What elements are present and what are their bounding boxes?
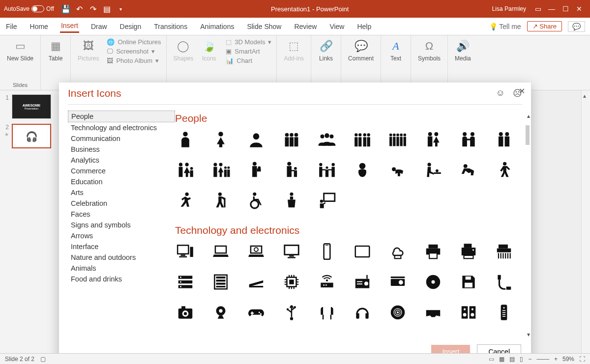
icon-scanner[interactable] (246, 272, 266, 292)
new-slide-button[interactable]: ▭ New Slide (5, 37, 35, 63)
icon-server[interactable] (175, 272, 196, 292)
category-item[interactable]: Food and drinks (68, 274, 175, 284)
icon-chip[interactable] (281, 272, 302, 292)
qat-customize-icon[interactable]: ▾ (114, 2, 128, 16)
ribbon-options-icon[interactable]: ▭ (531, 5, 545, 13)
addins-button[interactable]: ⬚ Add-ins (282, 37, 306, 63)
icon-proj[interactable] (387, 272, 408, 292)
category-item[interactable]: Arrows (68, 230, 175, 241)
category-item[interactable]: Faces (68, 209, 175, 220)
icon-teacher[interactable] (317, 190, 337, 211)
icon-cane[interactable] (210, 190, 231, 211)
category-item[interactable]: Arts (68, 187, 175, 198)
icon-family[interactable] (175, 160, 196, 180)
text-button[interactable]: A Text (386, 37, 406, 63)
icon-crawl2[interactable] (458, 160, 479, 180)
icon-couple[interactable] (423, 129, 443, 150)
icon-tablet[interactable] (352, 241, 373, 262)
vertical-scrollbar[interactable]: ▴ (581, 90, 590, 353)
undo-icon[interactable]: ↶ (73, 2, 87, 16)
category-item[interactable]: Nature and outdoors (68, 252, 175, 263)
3d-models-button[interactable]: ⬚3D Models ▾ (226, 37, 271, 47)
category-item[interactable]: Interface (68, 241, 175, 252)
icon-childadult[interactable] (281, 160, 302, 180)
icon-disc[interactable] (423, 272, 443, 292)
shapes-button[interactable]: ◯ Shapes (172, 37, 196, 63)
comment-button[interactable]: 💬 Comment (346, 37, 376, 63)
tab-draw[interactable]: Draw (90, 21, 108, 32)
slideshow-start-icon[interactable]: ▤ (100, 2, 114, 16)
tab-animations[interactable]: Animations (199, 21, 235, 32)
icon-usb[interactable] (281, 302, 302, 323)
category-item[interactable]: Business (68, 144, 175, 155)
icon-family2[interactable] (210, 160, 231, 180)
view-reading-icon[interactable]: ▤ (509, 356, 515, 363)
scroll-thumb[interactable] (526, 125, 530, 145)
category-item[interactable]: Analytics (68, 155, 175, 166)
autosave-toggle[interactable]: AutoSave Off (4, 5, 54, 12)
pictures-button[interactable]: 🖼 Pictures (76, 37, 101, 63)
icon-group4[interactable] (352, 129, 373, 150)
zoom-out-icon[interactable]: − (528, 356, 531, 363)
category-item[interactable]: Commerce (68, 166, 175, 176)
icon-webcam[interactable] (210, 302, 231, 323)
user-name[interactable]: Lisa Parmley (492, 5, 526, 12)
icon-gamepad[interactable] (246, 302, 266, 323)
icon-vr[interactable] (423, 302, 443, 323)
icon-printer[interactable] (423, 241, 443, 262)
scroll-up-icon[interactable]: ▴ (527, 112, 530, 119)
minimize-icon[interactable]: — (545, 5, 559, 13)
icon-router[interactable] (317, 272, 337, 292)
icon-vinyl[interactable] (387, 302, 408, 323)
icon-laptopweb[interactable] (246, 241, 266, 262)
tab-home[interactable]: Home (29, 21, 49, 32)
icon-earbuds[interactable] (317, 302, 337, 323)
icon-person[interactable] (175, 129, 196, 150)
gallery-scrollbar[interactable]: ▴ ▾ (523, 111, 531, 340)
icon-desktop[interactable] (175, 241, 196, 262)
slide-thumb-1[interactable]: 1 AWESOME Presentation (2, 94, 61, 119)
icon-group3[interactable] (281, 129, 302, 150)
maximize-icon[interactable]: ☐ (559, 5, 572, 13)
icon-remote[interactable] (494, 302, 514, 323)
icon-cloud[interactable] (387, 241, 408, 262)
chart-button[interactable]: 📊Chart (226, 56, 271, 65)
category-item[interactable]: Education (68, 176, 175, 187)
screenshot-button[interactable]: 🖵Screenshot ▾ (107, 47, 161, 56)
tab-help[interactable]: Help (356, 21, 372, 32)
icon-change[interactable] (423, 160, 443, 180)
scroll-down-icon[interactable]: ▾ (527, 331, 530, 338)
icon-twomen[interactable] (494, 129, 514, 150)
view-sorter-icon[interactable]: ▦ (499, 356, 504, 363)
category-item[interactable]: Technology and electronics (68, 122, 175, 133)
icon-wheelchair[interactable] (246, 190, 266, 211)
icon-walk[interactable] (494, 160, 514, 180)
icon-run[interactable] (175, 190, 196, 211)
category-item[interactable]: Animals (68, 263, 175, 274)
scroll-up-icon[interactable]: ▴ (583, 92, 586, 99)
spellcheck-icon[interactable]: ▢ (40, 356, 46, 363)
icon-busts3[interactable] (317, 129, 337, 150)
icon-group5[interactable] (387, 129, 408, 150)
icon-shred[interactable] (494, 241, 514, 262)
redo-icon[interactable]: ↷ (87, 2, 100, 16)
icons-button[interactable]: 🍃 Icons (199, 37, 219, 63)
icon-woman[interactable] (210, 129, 231, 150)
icon-holdhands[interactable] (458, 129, 479, 150)
icon-radio[interactable] (352, 272, 373, 292)
icon-speakers[interactable] (458, 302, 479, 323)
view-slideshow-icon[interactable]: ▯ (520, 356, 523, 363)
icon-monitor[interactable] (281, 241, 302, 262)
photo-album-button[interactable]: 🖼Photo Album ▾ (107, 56, 161, 65)
online-pictures-button[interactable]: 🌐Online Pictures (107, 37, 161, 47)
media-button[interactable]: 🔊 Media (453, 37, 473, 63)
symbols-button[interactable]: Ω Symbols (416, 37, 442, 63)
icon-camera[interactable] (175, 302, 196, 323)
icon-headphone[interactable] (352, 302, 373, 323)
view-normal-icon[interactable]: ▭ (489, 356, 494, 363)
category-item[interactable]: Signs and symbols (68, 220, 175, 230)
tab-transitions[interactable]: Transitions (153, 21, 188, 32)
feedback-happy-icon[interactable]: ☺ (496, 88, 505, 99)
icon-rack[interactable] (210, 272, 231, 292)
icon-floppy[interactable] (458, 272, 479, 292)
